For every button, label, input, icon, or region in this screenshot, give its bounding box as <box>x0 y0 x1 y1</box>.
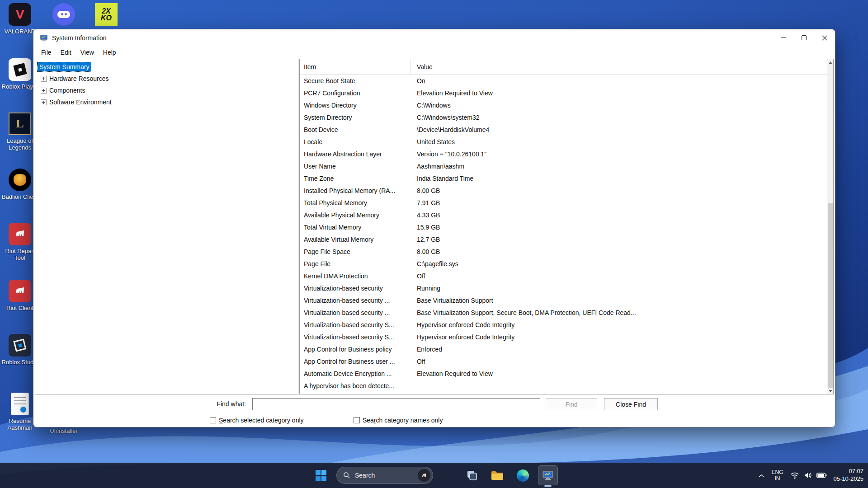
table-row[interactable]: Available Virtual Memory 12.7 GB <box>300 233 827 245</box>
roblox-studio-icon <box>8 333 32 357</box>
item-cell: Kernel DMA Protection <box>300 270 411 282</box>
table-row[interactable]: Virtualization-based security S... Hyper… <box>300 319 827 331</box>
desktop-icon-2xko[interactable]: 2XKO <box>87 3 125 26</box>
menu-help[interactable]: Help <box>99 47 121 58</box>
scrollbar-thumb[interactable] <box>828 203 833 388</box>
item-cell: Hardware Abstraction Layer <box>300 148 411 160</box>
task-view-button[interactable] <box>462 465 482 485</box>
language-indicator[interactable]: ENG IN <box>771 469 783 482</box>
valorant-icon: V <box>8 3 32 26</box>
column-header-value[interactable]: Value <box>411 59 682 74</box>
value-cell: 12.7 GB <box>411 233 827 245</box>
table-row[interactable]: Locale United States <box>300 136 827 148</box>
find-button[interactable]: Find <box>546 398 597 410</box>
table-row[interactable]: PCR7 Configuration Elevation Required to… <box>300 87 827 99</box>
table-row[interactable]: Page File C:\pagefile.sys <box>300 258 827 270</box>
item-cell: Virtualization-based security ... <box>300 306 411 319</box>
battery-icon[interactable] <box>816 473 827 478</box>
table-row[interactable]: App Control for Business policy Enforced <box>300 343 827 355</box>
menu-file[interactable]: File <box>37 47 56 58</box>
table-row[interactable]: Virtualization-based security S... Hyper… <box>300 331 827 343</box>
item-cell: Virtualization-based security <box>300 282 411 294</box>
value-cell: Off <box>411 355 827 367</box>
search-placeholder-text: Search <box>355 472 418 479</box>
tray-chevron-button[interactable] <box>758 471 764 479</box>
table-row[interactable]: A hypervisor has been detecte... <box>300 380 827 392</box>
column-header-item[interactable]: Item <box>300 59 411 74</box>
expand-plus-icon[interactable] <box>41 76 47 82</box>
search-highlight-icon[interactable] <box>418 469 430 482</box>
search-selected-category-checkbox[interactable]: Search selected category only <box>210 417 304 424</box>
table-row[interactable]: Installed Physical Memory (RA... 8.00 GB <box>300 184 827 197</box>
maximize-button[interactable] <box>793 29 814 46</box>
riot-client-icon <box>8 279 32 303</box>
table-row[interactable]: Automatic Device Encryption ... Elevatio… <box>300 367 827 380</box>
table-row[interactable]: System Directory C:\Windows\system32 <box>300 111 827 123</box>
table-row[interactable]: Total Physical Memory 7.91 GB <box>300 197 827 209</box>
table-row[interactable]: App Control for Business user ... Off <box>300 355 827 367</box>
desktop-icon-label: Uninstaller <box>45 427 83 434</box>
checkbox-icon[interactable] <box>210 417 216 423</box>
value-cell: Elevation Required to View <box>411 367 827 380</box>
checkbox-icon[interactable] <box>354 417 360 423</box>
system-summary-table: Secure Boot State On PCR7 Configuration … <box>300 75 827 394</box>
expand-plus-icon[interactable] <box>41 88 47 94</box>
table-row[interactable]: Available Physical Memory 4.33 GB <box>300 209 827 221</box>
edge-browser-button[interactable] <box>513 465 533 485</box>
item-cell: Total Physical Memory <box>300 197 411 209</box>
close-button[interactable] <box>814 29 835 46</box>
tree-item-components[interactable]: Components <box>35 84 298 96</box>
table-row[interactable]: Total Virtual Memory 15.9 GB <box>300 221 827 233</box>
scroll-down-icon[interactable] <box>827 388 833 394</box>
value-cell: 15.9 GB <box>411 221 827 233</box>
value-cell: C:\pagefile.sys <box>411 258 827 270</box>
category-tree-pane: System Summary Hardware Resources Compon… <box>35 59 298 394</box>
table-row[interactable]: Virtualization-based security ... Base V… <box>300 294 827 306</box>
value-cell: 4.33 GB <box>411 209 827 221</box>
table-row[interactable]: Virtualization-based security Running <box>300 282 827 294</box>
value-cell: 8.00 GB <box>411 245 827 258</box>
title-bar[interactable]: System Information <box>33 29 835 46</box>
expand-plus-icon[interactable] <box>41 99 47 105</box>
tree-item-hardware-resources[interactable]: Hardware Resources <box>35 73 298 84</box>
table-row[interactable]: Boot Device \Device\HarddiskVolume4 <box>300 123 827 136</box>
file-explorer-button[interactable] <box>487 465 507 485</box>
league-of-legends-icon: L <box>8 112 32 136</box>
start-button[interactable] <box>311 465 331 485</box>
table-row[interactable]: Virtualization-based security ... Base V… <box>300 306 827 319</box>
table-row[interactable]: Windows Directory C:\Windows <box>300 99 827 111</box>
wifi-icon[interactable] <box>790 472 799 479</box>
value-cell: Aashman\aashm <box>411 160 827 172</box>
tree-item-system-summary[interactable]: System Summary <box>35 61 298 73</box>
table-row[interactable]: Page File Space 8.00 GB <box>300 245 827 258</box>
minimize-button[interactable] <box>773 29 793 46</box>
menu-view[interactable]: View <box>76 47 99 58</box>
vertical-scrollbar[interactable] <box>827 59 833 394</box>
table-row[interactable]: Time Zone India Standard Time <box>300 172 827 184</box>
tree-item-software-environment[interactable]: Software Environment <box>35 96 298 108</box>
item-cell: Installed Physical Memory (RA... <box>300 184 411 197</box>
item-cell: Virtualization-based security S... <box>300 331 411 343</box>
item-cell: Automatic Device Encryption ... <box>300 367 411 380</box>
close-find-button[interactable]: Close Find <box>604 398 658 410</box>
search-input[interactable]: Search <box>336 467 433 484</box>
desktop-icon-discord[interactable] <box>45 3 83 26</box>
menu-edit[interactable]: Edit <box>56 47 76 58</box>
scroll-up-icon[interactable] <box>827 59 833 66</box>
minimize-icon <box>781 38 786 38</box>
find-input[interactable] <box>252 398 540 410</box>
system-information-app-icon <box>40 34 48 42</box>
detail-pane: Item Value Secure Boot State On PCR7 Con… <box>299 59 834 394</box>
table-row[interactable]: User Name Aashman\aashm <box>300 160 827 172</box>
table-row[interactable]: Kernel DMA Protection Off <box>300 270 827 282</box>
value-cell: Elevation Required to View <box>411 87 827 99</box>
volume-icon[interactable] <box>804 472 812 479</box>
value-cell: 7.91 GB <box>411 197 827 209</box>
table-row[interactable]: Secure Boot State On <box>300 75 827 87</box>
search-category-names-checkbox[interactable]: Search category names only <box>354 417 443 424</box>
table-row[interactable]: Hardware Abstraction Layer Version = "10… <box>300 148 827 160</box>
value-cell: C:\Windows <box>411 99 827 111</box>
system-information-taskbar-button[interactable] <box>538 465 558 485</box>
clock[interactable]: 07:07 05-10-2025 <box>834 468 864 483</box>
value-cell: India Standard Time <box>411 172 827 184</box>
